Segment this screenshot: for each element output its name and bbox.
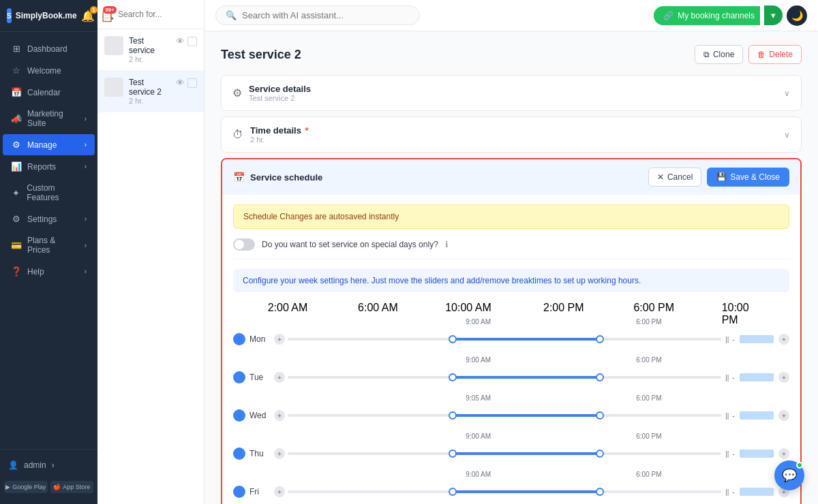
fri-handle-start[interactable] bbox=[449, 488, 457, 496]
mon-time-labels: 9:00 AM 6:00 PM bbox=[288, 318, 789, 328]
google-play-button[interactable]: ▶ Google Play bbox=[4, 481, 48, 493]
accordion-service-details: ⚙ Service details Test service 2 ∨ bbox=[221, 75, 802, 111]
service-checkbox[interactable] bbox=[187, 37, 197, 46]
accordion-text: Time details * 2 hr. bbox=[250, 125, 309, 144]
notifications-bell[interactable]: 🔔 1 bbox=[81, 9, 95, 22]
service-item-test2[interactable]: Test service 2 2 hr. 👁 bbox=[97, 71, 204, 112]
dark-mode-toggle[interactable]: 🌙 bbox=[787, 5, 807, 26]
sidebar-item-marketing[interactable]: 📣 Marketing Suite › bbox=[3, 104, 95, 133]
day-label-tue: Tue bbox=[233, 371, 274, 383]
sidebar-admin[interactable]: 👤 admin › bbox=[0, 455, 97, 475]
sidebar-item-dashboard[interactable]: ⊞ Dashboard bbox=[3, 38, 95, 59]
accordion-time-details-header[interactable]: ⏱ Time details * 2 hr. ∨ bbox=[222, 117, 801, 152]
booking-link-icon: 🔗 bbox=[663, 11, 673, 20]
fri-toggle[interactable] bbox=[233, 486, 245, 498]
fri-add-start[interactable]: + bbox=[274, 486, 285, 497]
time-label-2pm: 2:00 PM bbox=[543, 302, 584, 314]
wed-add-start[interactable]: + bbox=[274, 410, 285, 421]
day-label-mon: Mon bbox=[233, 333, 274, 345]
mon-handle-start[interactable] bbox=[449, 335, 457, 343]
thu-end-time: 6:00 PM bbox=[636, 432, 661, 440]
x-icon: ✕ bbox=[657, 172, 664, 182]
delete-button[interactable]: 🗑 Delete bbox=[748, 45, 802, 64]
thu-time-labels: 9:00 AM 6:00 PM bbox=[288, 432, 789, 442]
thu-add-start[interactable]: + bbox=[274, 448, 285, 459]
day-row-wed: Wed + || bbox=[233, 405, 789, 426]
wed-toggle[interactable] bbox=[233, 409, 245, 422]
sidebar-item-calendar[interactable]: 📅 Calendar bbox=[3, 82, 95, 103]
accordion-left: ⏱ Time details * 2 hr. bbox=[232, 125, 309, 144]
fri-end-time: 6:00 PM bbox=[636, 471, 661, 478]
info-icon[interactable]: ℹ bbox=[445, 240, 449, 249]
eye-icon[interactable]: 👁 bbox=[176, 78, 185, 88]
tue-handle-end[interactable] bbox=[596, 373, 604, 381]
cancel-button[interactable]: ✕ Cancel bbox=[648, 168, 701, 187]
wed-add-end[interactable]: + bbox=[778, 410, 789, 421]
mon-minus[interactable]: - bbox=[732, 335, 735, 343]
clone-button[interactable]: ⧉ Clone bbox=[695, 45, 743, 64]
tasks-button[interactable]: 📋 99+ bbox=[100, 9, 114, 22]
booking-channels-dropdown[interactable]: ▾ bbox=[764, 5, 783, 25]
fri-handle-end[interactable] bbox=[596, 488, 604, 496]
mon-toggle[interactable] bbox=[233, 333, 245, 345]
thu-minus[interactable]: - bbox=[732, 450, 735, 458]
accordion-title: Service details bbox=[249, 84, 311, 94]
marketing-icon: 📣 bbox=[11, 114, 22, 124]
thu-handle-end[interactable] bbox=[596, 450, 604, 458]
day-row-fri: Fri + || bbox=[233, 482, 789, 502]
service-settings-icon: ⚙ bbox=[232, 86, 242, 99]
service-item-test[interactable]: Test service 2 hr. 👁 bbox=[97, 29, 204, 71]
tue-handle-start[interactable] bbox=[449, 373, 457, 381]
sidebar-item-plans[interactable]: 💳 Plans & Prices › bbox=[3, 230, 95, 260]
sidebar-item-welcome[interactable]: ☆ Welcome bbox=[3, 60, 95, 81]
day-label-thu: Thu bbox=[233, 447, 274, 460]
accordion-service-details-header[interactable]: ⚙ Service details Test service 2 ∨ bbox=[222, 76, 801, 110]
tue-slider[interactable] bbox=[288, 367, 721, 388]
sidebar-item-label: Marketing Suite bbox=[27, 109, 79, 128]
wed-slider[interactable] bbox=[288, 405, 721, 426]
sidebar-item-help[interactable]: ❓ Help › bbox=[3, 261, 95, 282]
app-store-button[interactable]: 🍎 App Store bbox=[50, 481, 94, 493]
sidebar-item-reports[interactable]: 📊 Reports › bbox=[3, 156, 95, 177]
special-days-toggle[interactable] bbox=[233, 238, 255, 251]
save-close-button[interactable]: 💾 Save & Close bbox=[707, 168, 789, 187]
mon-add-end[interactable]: + bbox=[778, 334, 789, 345]
required-star: * bbox=[305, 125, 309, 136]
chat-bubble[interactable]: 💬 bbox=[774, 460, 804, 490]
tue-time-labels: 9:00 AM 6:00 PM bbox=[288, 356, 789, 366]
tue-minus[interactable]: - bbox=[732, 373, 735, 381]
tue-toggle[interactable] bbox=[233, 371, 245, 383]
wed-end-time: 6:00 PM bbox=[636, 394, 661, 402]
sidebar-footer: 👤 admin › ▶ Google Play 🍎 App Store bbox=[0, 449, 97, 504]
break-icon: || bbox=[724, 412, 730, 420]
sidebar-item-manage[interactable]: ⚙ Manage › bbox=[3, 134, 95, 155]
thu-active bbox=[453, 452, 600, 455]
wed-handle-end[interactable] bbox=[596, 411, 604, 420]
tue-add-start[interactable]: + bbox=[274, 372, 285, 383]
timeline-container: 2:00 AM 6:00 AM 10:00 AM 2:00 PM 6:00 PM… bbox=[233, 302, 789, 504]
wed-handle-start[interactable] bbox=[449, 411, 457, 420]
mon-add-start[interactable]: + bbox=[274, 334, 285, 345]
day-row-wrap-tue: 9:00 AM 6:00 PM Tue + bbox=[233, 356, 789, 388]
thu-toggle[interactable] bbox=[233, 447, 245, 460]
tue-add-end[interactable]: + bbox=[778, 372, 789, 383]
sidebar-item-custom[interactable]: ✦ Custom Features bbox=[3, 178, 95, 208]
fri-minus[interactable]: - bbox=[732, 488, 735, 496]
wed-minus[interactable]: - bbox=[732, 411, 735, 420]
chevron-right-icon: › bbox=[85, 268, 87, 275]
thu-handle-start[interactable] bbox=[449, 450, 457, 458]
ai-search-bar[interactable]: 🔍 bbox=[215, 5, 420, 25]
calendar-schedule-icon: 📅 bbox=[233, 172, 245, 183]
thu-slider[interactable] bbox=[288, 443, 721, 464]
service-checkbox[interactable] bbox=[187, 78, 197, 88]
mon-slider[interactable] bbox=[288, 329, 721, 349]
eye-icon[interactable]: 👁 bbox=[176, 36, 185, 46]
ai-search-input[interactable] bbox=[242, 10, 410, 20]
sidebar-item-settings[interactable]: ⚙ Settings › bbox=[3, 208, 95, 230]
thu-add-end[interactable]: + bbox=[778, 448, 789, 459]
mon-handle-end[interactable] bbox=[596, 335, 604, 343]
fri-slider[interactable] bbox=[288, 482, 721, 502]
clock-icon: ⏱ bbox=[232, 129, 243, 141]
booking-channels-button[interactable]: 🔗 My booking channels bbox=[654, 6, 760, 25]
sidebar-nav: ⊞ Dashboard ☆ Welcome 📅 Calendar 📣 Marke… bbox=[0, 32, 97, 449]
